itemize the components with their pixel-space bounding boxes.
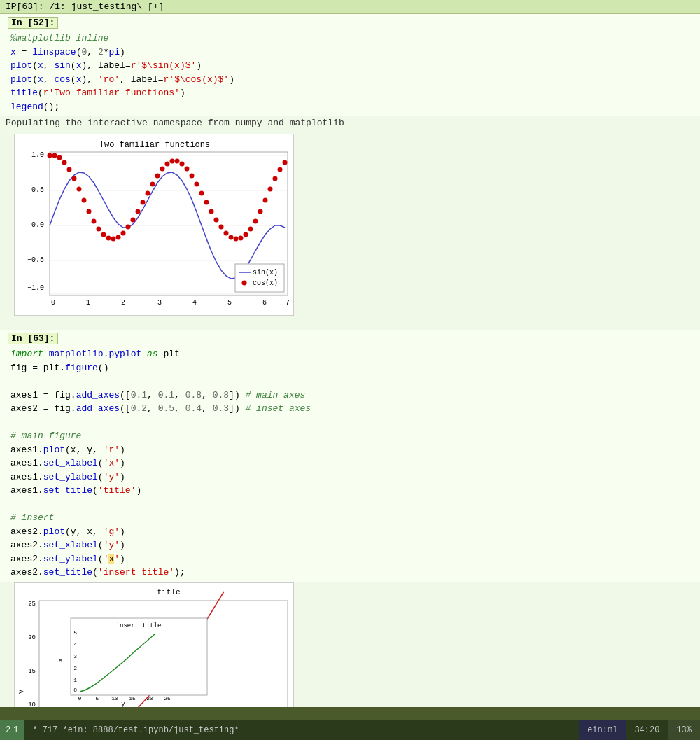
svg-text:25: 25 [164, 695, 171, 701]
code-line: axes1 = fig.add_axes([0.1, 0.1, 0.8, 0.8… [10, 389, 694, 403]
svg-point-37 [136, 209, 141, 214]
svg-point-57 [234, 237, 239, 242]
status-position: 34:20 [626, 720, 668, 740]
cell-2-prompt: In [63]: [8, 333, 58, 344]
svg-point-47 [185, 167, 190, 172]
svg-text:5: 5 [227, 299, 232, 307]
code-line [10, 416, 694, 430]
svg-point-24 [72, 176, 77, 181]
code-line: axes2.set_title('insert title'); [10, 566, 694, 580]
svg-point-66 [278, 167, 283, 172]
status-percent: 13% [668, 720, 700, 740]
svg-point-23 [67, 167, 72, 172]
code-line: x = linspace(0, 2*pi) [10, 46, 694, 60]
svg-text:1: 1 [86, 299, 90, 307]
svg-text:4: 4 [192, 299, 197, 307]
svg-text:3: 3 [158, 299, 162, 307]
svg-text:15: 15 [129, 695, 136, 701]
svg-point-34 [121, 231, 126, 236]
svg-text:10: 10 [111, 695, 118, 701]
svg-point-32 [111, 237, 116, 242]
svg-point-70 [242, 281, 247, 286]
sin-legend-label: sin(x) [253, 269, 278, 277]
svg-point-21 [57, 155, 62, 160]
svg-text:2: 2 [121, 299, 125, 307]
code-line: axes2.set_ylabel('x') [10, 552, 694, 566]
svg-point-61 [253, 219, 258, 224]
svg-text:0.5: 0.5 [31, 186, 44, 194]
svg-point-35 [126, 225, 131, 230]
chart-1: Two familiar functions 1.0 0.5 0.0 −0.5 … [14, 134, 294, 316]
svg-point-67 [283, 160, 288, 165]
svg-point-53 [214, 218, 219, 223]
svg-text:20: 20 [28, 634, 36, 641]
chart2-title: title [157, 588, 180, 596]
svg-point-54 [219, 225, 224, 230]
code-line: axes1.plot(x, y, 'r') [10, 443, 694, 457]
svg-point-28 [92, 219, 97, 224]
svg-point-33 [116, 235, 121, 240]
svg-point-39 [146, 191, 150, 196]
svg-text:20: 20 [146, 695, 153, 701]
svg-point-38 [141, 200, 146, 205]
svg-text:−1.0: −1.0 [27, 284, 44, 292]
svg-point-44 [170, 159, 175, 164]
cell-1-output: Populating the interactive namespace fro… [0, 116, 700, 134]
svg-point-63 [263, 198, 268, 203]
svg-point-65 [273, 176, 278, 181]
code-line: # main figure [10, 429, 694, 443]
code-line: %matplotlib inline [10, 32, 694, 46]
svg-point-40 [150, 182, 155, 187]
svg-point-45 [175, 159, 180, 164]
svg-text:15: 15 [28, 668, 36, 675]
notebook[interactable]: IP[63]: /1: just_testing\ [+] In [52]: %… [0, 0, 700, 707]
svg-point-36 [131, 218, 136, 223]
cell-2-code[interactable]: import matplotlib.pyplot as plt fig = pl… [8, 347, 694, 580]
cell-2[interactable]: In [63]: import matplotlib.pyplot as plt… [0, 330, 700, 582]
svg-point-55 [224, 231, 229, 236]
svg-text:0: 0 [74, 687, 77, 693]
svg-text:0: 0 [78, 695, 82, 701]
inset-ylabel: x [57, 658, 64, 662]
code-line: axes2.set_xlabel('y') [10, 538, 694, 552]
title-bar: IP[63]: /1: just_testing\ [+] [0, 0, 700, 14]
svg-point-52 [209, 209, 214, 214]
svg-point-58 [239, 236, 244, 241]
title-text: IP[63]: /1: just_testing\ [+] [6, 1, 164, 12]
svg-point-48 [190, 174, 195, 179]
code-line: # insert [10, 511, 694, 525]
cell-1[interactable]: In [52]: %matplotlib inline x = linspace… [0, 14, 700, 116]
code-line: title(r'Two familiar functions') [10, 86, 694, 100]
svg-text:25: 25 [28, 601, 36, 608]
svg-point-50 [200, 191, 204, 196]
chart2-ylabel: y [17, 689, 25, 694]
cell-1-code[interactable]: %matplotlib inline x = linspace(0, 2*pi)… [8, 32, 694, 113]
status-kernel: ein:ml [579, 720, 626, 740]
svg-point-19 [48, 153, 52, 158]
svg-point-62 [258, 209, 263, 214]
svg-text:3: 3 [74, 653, 77, 659]
code-line: axes2.plot(y, x, 'g') [10, 525, 694, 539]
chart-2: title y 25 20 15 10 5 0 0 1 2 3 4 5 x [14, 582, 294, 708]
status-bar: 2 1 * 717 *ein: 8888/test.ipynb/just_tes… [0, 720, 700, 740]
code-line: fig = plt.figure() [10, 361, 694, 375]
svg-point-43 [165, 162, 170, 167]
svg-text:2: 2 [74, 665, 77, 671]
svg-text:10: 10 [28, 701, 36, 708]
code-line: import matplotlib.pyplot as plt [10, 347, 694, 361]
svg-point-46 [180, 162, 185, 167]
output-text: Populating the interactive namespace fro… [6, 118, 344, 128]
code-line: legend(); [10, 100, 694, 114]
code-line [10, 498, 694, 512]
cell-num-2: 1 [13, 725, 18, 735]
svg-text:1.0: 1.0 [31, 151, 44, 159]
chart1-title: Two familiar functions [99, 140, 210, 150]
svg-point-27 [87, 209, 92, 214]
svg-text:5: 5 [74, 629, 77, 636]
chart-2-container: title y 25 20 15 10 5 0 0 1 2 3 4 5 x [0, 582, 700, 708]
code-line: axes1.set_ylabel('y') [10, 470, 694, 484]
svg-point-56 [229, 235, 234, 240]
svg-point-26 [82, 198, 87, 203]
svg-text:7: 7 [286, 299, 290, 307]
svg-point-42 [160, 167, 165, 172]
